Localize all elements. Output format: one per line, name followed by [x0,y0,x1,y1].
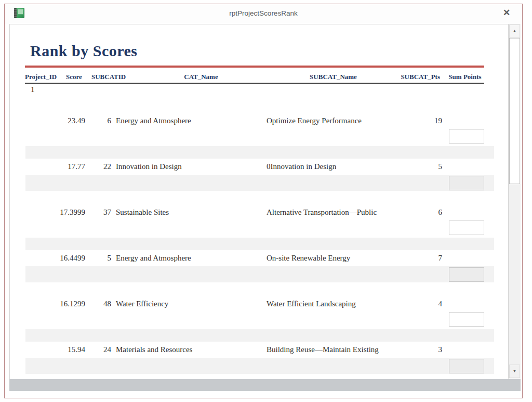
row-separator-band [25,238,494,250]
subcat-pts-cell: 5 [410,162,442,171]
subcat-name-cell: Optimize Energy Performance [267,116,362,125]
column-header-subcat-name: SUBCAT_Name [277,73,389,81]
cat-name-cell: Water Efficiency [116,300,168,308]
scroll-down-button[interactable]: ▼ [509,365,520,378]
table-row: 17.77 22 Innovation in Design 0Innovatio… [10,161,509,207]
report-page: Rank by Scores Project_IDScoreSUBCATIDCA… [9,24,509,379]
header-underline [25,83,484,84]
table-row: 16.4499 5 Energy and Atmosphere On-site … [10,253,509,299]
sum-points-box[interactable] [449,176,484,190]
subcat-name-cell: On-site Renewable Energy [267,254,350,263]
title-rule [25,66,484,68]
table-row: 17.3999 37 Sustainable Sites Alternative… [10,207,509,253]
subcatid-cell: 24 [88,345,111,354]
column-header-row: Project_IDScoreSUBCATIDCAT_NameSUBCAT_Na… [10,73,509,82]
subcatid-cell: 5 [88,254,111,263]
subcatid-cell: 48 [88,300,111,308]
table-row: 16.1299 48 Water Efficiency Water Effici… [10,299,509,344]
cat-name-cell: Innovation in Design [116,162,182,171]
cat-name-cell: Energy and Atmosphere [116,254,191,263]
close-icon[interactable]: ✕ [500,7,513,19]
subcat-name-cell: Water Efficient Landscaping [267,300,356,308]
column-header-score: Score [66,73,82,81]
subcat-name-cell: 0Innovation in Design [267,162,336,171]
sum-points-box[interactable] [449,221,484,235]
score-cell: 17.3999 [31,208,85,217]
row-separator-band [25,358,494,374]
vertical-scrollbar[interactable]: ▲ ▼ [508,24,521,379]
scrollbar-thumb[interactable] [509,38,520,184]
column-header-cat-name: CAT_Name [150,73,252,81]
row-separator-band [25,266,494,282]
subcat-pts-cell: 19 [410,116,442,125]
subcat-name-cell: Building Reuse—Maintain Existing [267,345,379,354]
score-cell: 17.77 [31,162,85,171]
subcat-pts-cell: 6 [410,208,442,217]
column-header-subcatid: SUBCATID [91,73,126,81]
sum-points-box[interactable] [449,359,484,373]
column-header-subcat-pts: SUBCAT_Pts [393,73,440,81]
column-header-project-id: Project_ID [25,73,57,81]
sum-points-box[interactable] [449,267,484,282]
window-title: rptProjectScoresRank [5,9,522,17]
column-header-sum-points: Sum Points [445,73,485,81]
sum-points-box[interactable] [449,129,484,144]
report-window: rptProjectScoresRank ✕ Rank by Scores Pr… [4,4,523,398]
subcat-pts-cell: 3 [410,345,442,354]
page-title: Rank by Scores [30,42,137,60]
triangle-down-icon: ▼ [513,369,517,373]
sum-points-box[interactable] [449,312,484,327]
project-id-value: 1 [31,85,35,94]
horizontal-scrollbar[interactable] [9,379,521,391]
score-cell: 23.49 [31,116,85,125]
records-area: 23.49 6 Energy and Atmosphere Optimize E… [10,115,509,379]
subcatid-cell: 22 [88,162,111,171]
subcatid-cell: 37 [88,208,111,217]
score-cell: 15.94 [31,345,85,354]
title-bar: rptProjectScoresRank ✕ [5,4,522,24]
table-row: 23.49 6 Energy and Atmosphere Optimize E… [10,115,509,161]
table-row: 15.94 24 Materials and Resources Buildin… [10,344,509,379]
row-separator-band [25,329,494,342]
subcat-name-cell: Alternative Transportation—Public [267,208,377,217]
triangle-up-icon: ▲ [513,29,517,33]
subcat-pts-cell: 4 [410,300,442,308]
cat-name-cell: Sustainable Sites [116,208,169,217]
scroll-up-button[interactable]: ▲ [509,24,520,38]
subcatid-cell: 6 [88,116,111,125]
cat-name-cell: Materials and Resources [116,345,192,354]
row-separator-band [25,146,494,159]
row-separator-band [25,175,494,191]
score-cell: 16.1299 [31,300,85,308]
score-cell: 16.4499 [31,254,85,263]
cat-name-cell: Energy and Atmosphere [116,116,191,125]
subcat-pts-cell: 7 [410,254,442,263]
